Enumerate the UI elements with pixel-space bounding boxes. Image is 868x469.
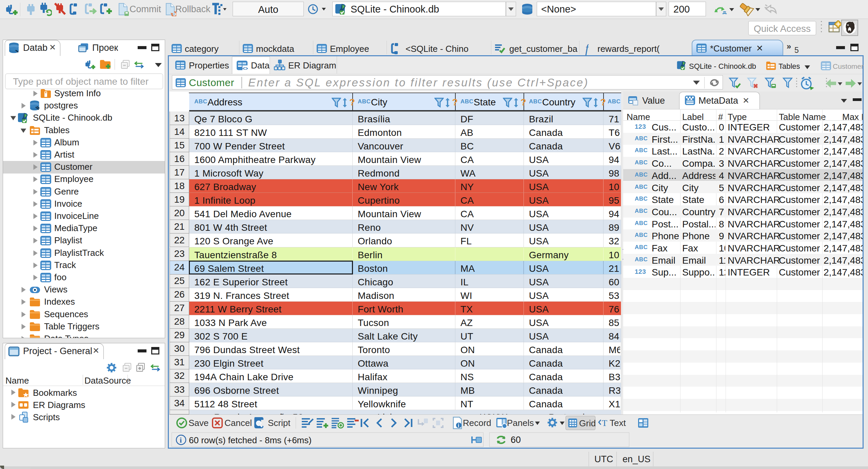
- svg-text:i: i: [458, 423, 459, 428]
- svg-text:<>: <>: [242, 66, 248, 71]
- svg-text:T: T: [602, 418, 607, 428]
- svg-text:i: i: [180, 436, 182, 444]
